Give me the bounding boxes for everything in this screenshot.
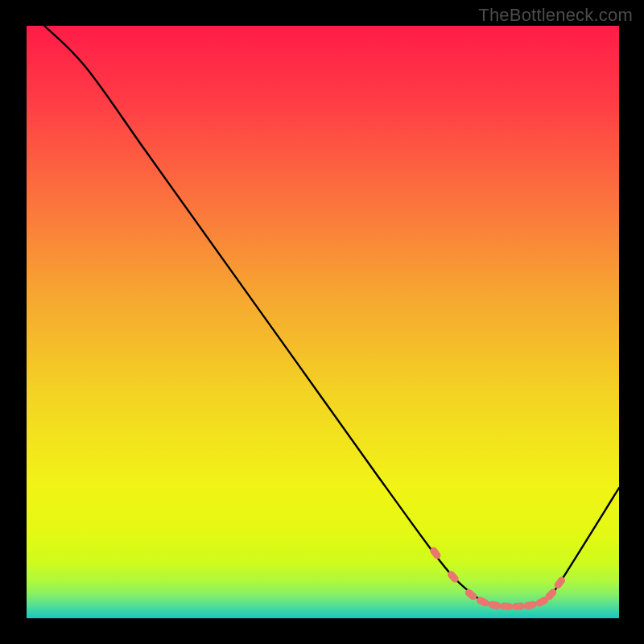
watermark-text: TheBottleneck.com (478, 5, 633, 26)
plot-svg (27, 26, 619, 618)
gradient-background (27, 26, 619, 618)
chart-frame: TheBottleneck.com (0, 0, 644, 644)
plot-area (27, 26, 619, 618)
valley-bead (500, 602, 513, 610)
valley-bead (512, 602, 525, 610)
